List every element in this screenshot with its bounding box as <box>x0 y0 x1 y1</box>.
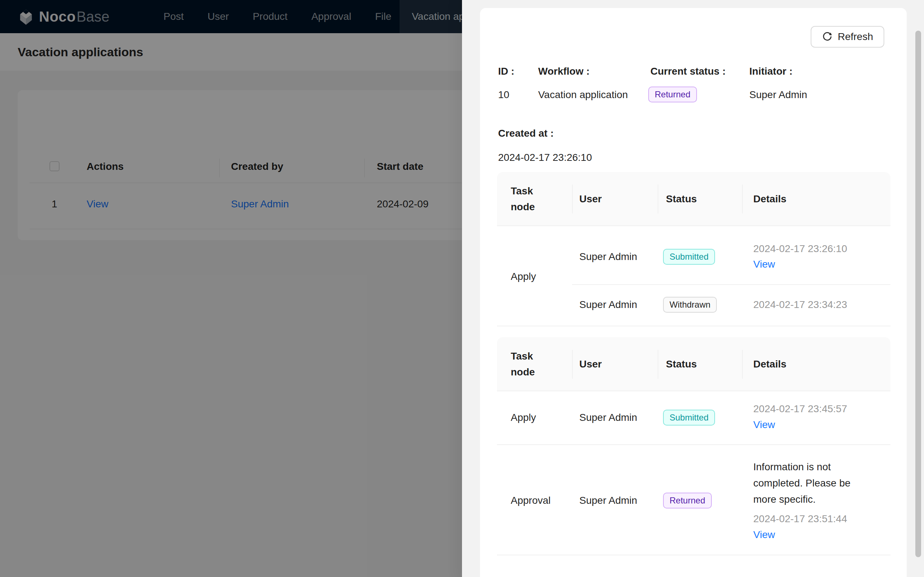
refresh-button[interactable]: Refresh <box>811 26 884 48</box>
status-badge-withdrawn: Withdrawn <box>663 297 717 313</box>
column-header-user: User <box>579 191 602 207</box>
field-label-current-status: Current status : <box>650 66 725 77</box>
entry-timestamp: 2024-02-17 23:26:10 <box>753 243 847 254</box>
column-divider <box>572 350 573 379</box>
column-header-task-node: Task node <box>511 183 558 215</box>
entry-view-link[interactable]: View <box>753 259 775 270</box>
field-label-created-at: Created at : <box>498 128 554 139</box>
entry-user: Super Admin <box>579 251 637 262</box>
status-badge-returned: Returned <box>663 493 712 508</box>
status-badge-submitted: Submitted <box>663 410 715 425</box>
entry-timestamp: 2024-02-17 23:51:44 <box>753 514 847 524</box>
approval-detail-drawer: Refresh ID : Workflow : Current status :… <box>462 0 924 577</box>
entry-user: Super Admin <box>579 412 637 423</box>
entry-view-link[interactable]: View <box>753 419 775 430</box>
column-header-task-node: Task node <box>511 348 558 380</box>
entry-user: Super Admin <box>579 299 637 310</box>
column-header-details: Details <box>753 191 787 207</box>
table-row-border <box>497 326 890 326</box>
column-header-user: User <box>579 356 602 372</box>
field-value-id: 10 <box>498 89 509 100</box>
entry-view-link[interactable]: View <box>753 529 775 540</box>
entry-timestamp: 2024-02-17 23:45:57 <box>753 403 847 414</box>
approval-detail-card: Refresh ID : Workflow : Current status :… <box>480 8 907 577</box>
drawer-scrollbar-thumb[interactable] <box>915 31 921 557</box>
column-divider <box>657 350 658 379</box>
column-header-status: Status <box>666 356 697 372</box>
task-node-approval: Approval <box>511 495 551 506</box>
column-divider <box>572 185 573 213</box>
task-node-apply: Apply <box>511 412 536 423</box>
drawer-overlay-mask[interactable] <box>0 0 462 577</box>
sub-row-divider <box>572 284 890 285</box>
approval-comment: Information is not completed. Please be … <box>753 459 872 508</box>
field-value-workflow: Vacation application <box>538 89 628 100</box>
field-value-initiator: Super Admin <box>749 89 807 100</box>
field-label-workflow: Workflow : <box>538 66 590 77</box>
column-divider <box>657 185 658 213</box>
field-label-id: ID : <box>498 66 514 77</box>
refresh-label: Refresh <box>838 31 873 43</box>
task-node-apply: Apply <box>511 271 536 282</box>
field-label-initiator: Initiator : <box>749 66 793 77</box>
table-row-border <box>497 554 890 555</box>
column-header-status: Status <box>666 191 697 207</box>
table-header-border <box>497 390 890 391</box>
field-value-created-at: 2024-02-17 23:26:10 <box>498 152 592 163</box>
reload-icon <box>822 31 833 42</box>
column-divider <box>742 185 743 213</box>
entry-user: Super Admin <box>579 495 637 506</box>
current-status-badge: Returned <box>648 87 697 102</box>
table-header-border <box>497 226 890 226</box>
column-divider <box>742 350 743 379</box>
table-row-border <box>497 444 890 445</box>
entry-timestamp: 2024-02-17 23:34:23 <box>753 299 847 310</box>
column-header-details: Details <box>753 356 787 372</box>
status-badge-submitted: Submitted <box>663 249 715 265</box>
